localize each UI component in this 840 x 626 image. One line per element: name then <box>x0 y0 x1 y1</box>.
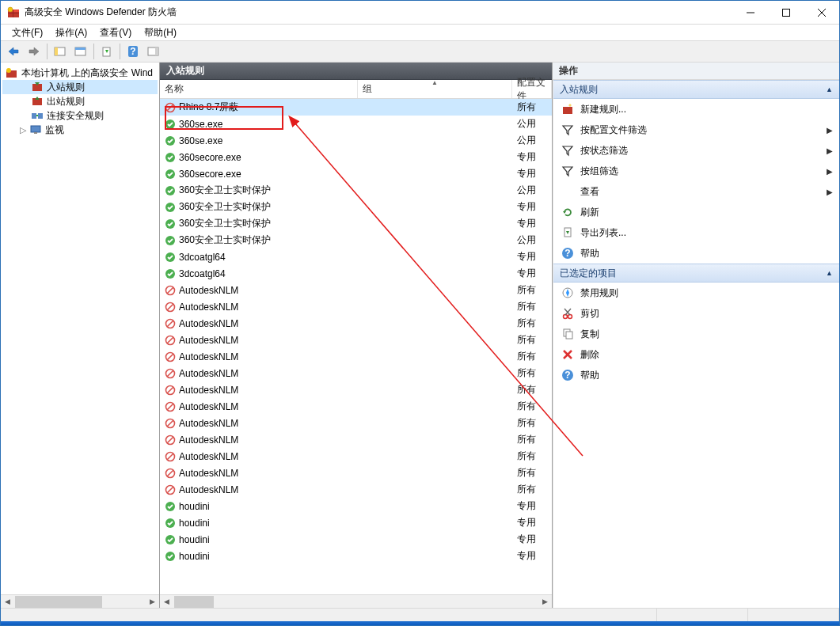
rule-profile: 所有 <box>512 317 552 330</box>
rule-row[interactable]: AutodeskNLM所有 <box>160 481 552 498</box>
svg-line-59 <box>167 404 173 410</box>
tree-root[interactable]: 本地计算机 上的高级安全 Wind <box>2 66 158 80</box>
svg-rect-6 <box>782 9 789 16</box>
column-name[interactable]: 名称 <box>160 80 358 98</box>
action-禁用规则[interactable]: 禁用规则 <box>553 283 839 303</box>
rule-name: AutodeskNLM <box>179 385 238 396</box>
toolbar-export-button[interactable] <box>97 43 116 60</box>
action-按配置文件筛选[interactable]: 按配置文件筛选▶ <box>553 120 839 140</box>
rule-row[interactable]: 360安全卫士实时保护公用 <box>160 182 552 199</box>
submenu-arrow-icon: ▶ <box>827 167 833 176</box>
rule-name: AutodeskNLM <box>179 302 238 313</box>
firewall-app-icon <box>7 6 20 19</box>
action-按组筛选[interactable]: 按组筛选▶ <box>553 161 839 181</box>
svg-line-47 <box>167 304 173 310</box>
rule-row[interactable]: AutodeskNLM所有 <box>160 465 552 481</box>
rule-row[interactable]: 360se.exe公用 <box>160 116 552 132</box>
tree-item-connsec[interactable]: 连接安全规则 <box>2 108 158 123</box>
rule-name: 360se.exe <box>179 135 222 146</box>
maximize-button[interactable] <box>768 1 804 24</box>
action-复制[interactable]: 复制 <box>553 324 839 344</box>
column-group[interactable]: 组▲ <box>358 80 512 98</box>
rule-row[interactable]: 360secore.exe专用 <box>160 149 552 165</box>
allow-icon <box>165 218 176 230</box>
rule-row[interactable]: Rhino 8.7屏蔽所有 <box>160 99 552 116</box>
rule-name: 360安全卫士实时保护 <box>179 233 271 247</box>
rule-row[interactable]: AutodeskNLM所有 <box>160 398 552 415</box>
rule-row[interactable]: houdini专用 <box>160 498 552 514</box>
toolbar-help-button[interactable]: ? <box>124 43 143 60</box>
rule-row[interactable]: 360secore.exe专用 <box>160 165 552 182</box>
tree-item-monitor[interactable]: ▷监视 <box>2 123 158 137</box>
rule-row[interactable]: 3dcoatgl64专用 <box>160 249 552 265</box>
list-scrollbar[interactable]: ◀▶ <box>160 594 552 608</box>
action-group-inbound[interactable]: 入站规则▲ <box>553 80 839 99</box>
allow-icon <box>165 202 176 213</box>
tree-scrollbar[interactable]: ◀▶ <box>1 594 159 608</box>
toolbar-panel-button[interactable] <box>144 43 163 60</box>
rule-row[interactable]: houdini专用 <box>160 514 552 531</box>
new-icon <box>561 103 574 116</box>
rule-row[interactable]: 360安全卫士实时保护专用 <box>160 199 552 215</box>
action-刷新[interactable]: 刷新 <box>553 202 839 222</box>
block-icon <box>165 434 176 446</box>
nav-back-button[interactable] <box>4 43 23 60</box>
tree-item-inbound[interactable]: 入站规则 <box>2 80 158 94</box>
menu-file[interactable]: 文件(F) <box>7 25 48 41</box>
rule-row[interactable]: AutodeskNLM所有 <box>160 381 552 398</box>
help-icon: ? <box>561 369 574 381</box>
column-profile[interactable]: 配置文件 <box>512 80 552 98</box>
list-title: 入站规则 <box>160 63 552 80</box>
action-查看[interactable]: 查看▶ <box>553 181 839 202</box>
rule-row[interactable]: 360se.exe公用 <box>160 132 552 149</box>
svg-line-63 <box>167 437 173 443</box>
action-删除[interactable]: 删除 <box>553 344 839 365</box>
tree-item-outbound[interactable]: 出站规则 <box>2 94 158 108</box>
rule-row[interactable]: AutodeskNLM所有 <box>160 448 552 465</box>
rule-row[interactable]: 360安全卫士实时保护专用 <box>160 215 552 232</box>
action-新建规则...[interactable]: 新建规则... <box>553 99 839 120</box>
toolbar-properties-button[interactable] <box>71 43 90 60</box>
minimize-button[interactable] <box>732 1 768 24</box>
rule-row[interactable]: houdini专用 <box>160 548 552 564</box>
rule-row[interactable]: AutodeskNLM所有 <box>160 415 552 431</box>
rule-row[interactable]: AutodeskNLM所有 <box>160 298 552 315</box>
allow-icon <box>165 169 176 180</box>
svg-marker-77 <box>563 146 572 155</box>
rule-row[interactable]: AutodeskNLM所有 <box>160 332 552 348</box>
nav-forward-button[interactable] <box>25 43 44 60</box>
menu-help[interactable]: 帮助(H) <box>139 25 181 41</box>
allow-icon <box>165 152 176 163</box>
toolbar-show-tree-button[interactable] <box>51 43 70 60</box>
action-帮助[interactable]: ?帮助 <box>553 243 839 264</box>
block-icon <box>165 335 176 346</box>
action-剪切[interactable]: 剪切 <box>553 303 839 324</box>
action-帮助[interactable]: ?帮助 <box>553 365 839 385</box>
rule-name: AutodeskNLM <box>179 418 238 429</box>
rule-profile: 所有 <box>512 466 552 480</box>
action-导出列表...[interactable]: 导出列表... <box>553 222 839 243</box>
rule-name: 360安全卫士实时保护 <box>179 200 271 214</box>
menu-view[interactable]: 查看(V) <box>95 25 136 41</box>
svg-line-67 <box>167 470 173 476</box>
rule-row[interactable]: 3dcoatgl64专用 <box>160 265 552 282</box>
filter-icon <box>561 165 574 177</box>
close-button[interactable] <box>804 1 839 24</box>
action-group-selected[interactable]: 已选定的项目▲ <box>553 264 839 283</box>
rule-row[interactable]: 360安全卫士实时保护公用 <box>160 232 552 249</box>
menubar: 文件(F) 操作(A) 查看(V) 帮助(H) <box>1 25 839 40</box>
allow-icon <box>165 268 176 279</box>
svg-rect-28 <box>38 113 43 119</box>
action-label: 按配置文件筛选 <box>580 123 647 137</box>
block-icon <box>165 285 176 296</box>
action-label: 复制 <box>580 328 599 341</box>
rule-row[interactable]: AutodeskNLM所有 <box>160 315 552 332</box>
rule-row[interactable]: AutodeskNLM所有 <box>160 282 552 298</box>
rule-row[interactable]: AutodeskNLM所有 <box>160 431 552 448</box>
rule-row[interactable]: houdini专用 <box>160 531 552 548</box>
rule-row[interactable]: AutodeskNLM所有 <box>160 348 552 365</box>
menu-action[interactable]: 操作(A) <box>51 25 92 41</box>
rule-row[interactable]: AutodeskNLM所有 <box>160 365 552 381</box>
allow-icon <box>165 235 176 246</box>
action-按状态筛选[interactable]: 按状态筛选▶ <box>553 140 839 161</box>
